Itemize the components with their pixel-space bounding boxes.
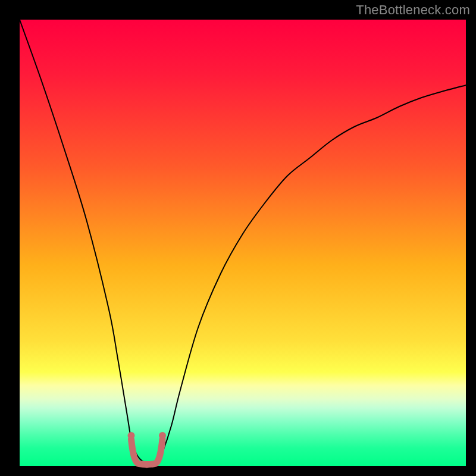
watermark-label: TheBottleneck.com: [356, 2, 470, 18]
valley-highlight-arc: [131, 439, 163, 465]
valley-dot-b3: [152, 461, 158, 467]
plot-area: [20, 20, 466, 466]
valley-dot-b2: [144, 462, 150, 468]
valley-dot-b1: [136, 461, 142, 467]
curve-path: [20, 20, 466, 464]
valley-dot-left: [128, 432, 135, 439]
chart-frame: TheBottleneck.com: [0, 0, 476, 476]
bottleneck-curve: [20, 20, 466, 466]
valley-dot-right: [159, 432, 166, 439]
